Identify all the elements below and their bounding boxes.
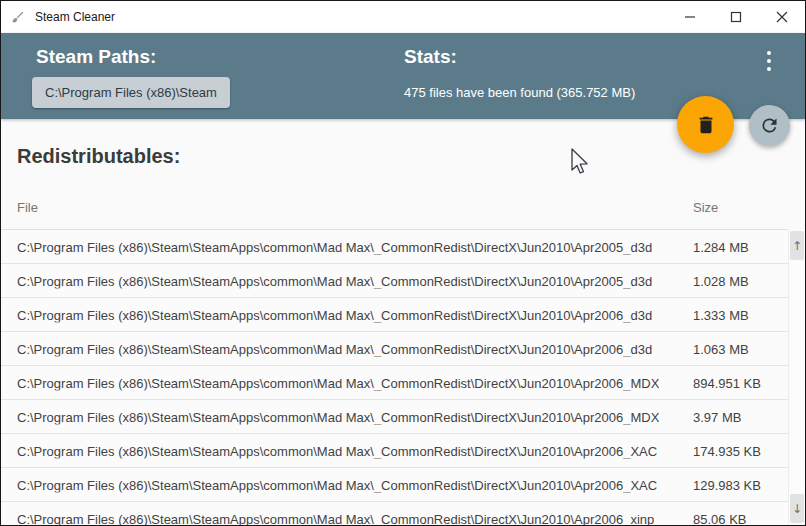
table-body: C:\Program Files (x86)\Steam\SteamApps\c… xyxy=(1,229,788,525)
size-cell: 1.284 MB xyxy=(693,239,749,254)
maximize-icon[interactable] xyxy=(713,1,759,33)
delete-files-button[interactable] xyxy=(677,96,734,153)
window-controls xyxy=(667,1,805,33)
table-row[interactable]: C:\Program Files (x86)\Steam\SteamApps\c… xyxy=(1,400,788,434)
minimize-icon[interactable] xyxy=(667,1,713,33)
file-cell: C:\Program Files (x86)\Steam\SteamApps\c… xyxy=(17,239,652,254)
stats-heading: Stats: xyxy=(404,46,457,68)
size-cell: 174.935 KB xyxy=(693,443,761,458)
steam-path-button[interactable]: C:\Program Files (x86)\Steam xyxy=(32,77,230,108)
size-cell: 1.063 MB xyxy=(693,341,749,356)
vertical-scrollbar[interactable]: ↑ ↓ xyxy=(788,229,805,525)
file-cell: C:\Program Files (x86)\Steam\SteamApps\c… xyxy=(17,511,654,525)
steam-paths-heading: Steam Paths: xyxy=(36,46,156,68)
stats-summary: 475 files have been found (365.752 MB) xyxy=(404,85,635,100)
redistributables-heading: Redistributables: xyxy=(17,145,180,168)
file-cell: C:\Program Files (x86)\Steam\SteamApps\c… xyxy=(17,341,652,356)
table-row[interactable]: C:\Program Files (x86)\Steam\SteamApps\c… xyxy=(1,298,788,332)
close-icon[interactable] xyxy=(759,1,805,33)
table-row[interactable]: C:\Program Files (x86)\Steam\SteamApps\c… xyxy=(1,332,788,366)
table-row[interactable]: C:\Program Files (x86)\Steam\SteamApps\c… xyxy=(1,230,788,264)
file-cell: C:\Program Files (x86)\Steam\SteamApps\c… xyxy=(17,375,659,390)
vertical-ellipsis-icon[interactable] xyxy=(759,45,779,77)
mouse-cursor xyxy=(569,147,589,181)
size-cell: 1.028 MB xyxy=(693,273,749,288)
file-cell: C:\Program Files (x86)\Steam\SteamApps\c… xyxy=(17,409,659,424)
titlebar: Steam Cleaner xyxy=(1,1,805,33)
table-row[interactable]: C:\Program Files (x86)\Steam\SteamApps\c… xyxy=(1,264,788,298)
app-window: Steam Cleaner Steam Paths: C:\Program Fi… xyxy=(0,0,806,526)
file-cell: C:\Program Files (x86)\Steam\SteamApps\c… xyxy=(17,307,652,322)
column-header-file: File xyxy=(17,200,38,215)
table-row[interactable]: C:\Program Files (x86)\Steam\SteamApps\c… xyxy=(1,366,788,400)
file-cell: C:\Program Files (x86)\Steam\SteamApps\c… xyxy=(17,443,657,458)
table-row[interactable]: C:\Program Files (x86)\Steam\SteamApps\c… xyxy=(1,468,788,502)
column-header-size: Size xyxy=(693,200,718,215)
trash-icon xyxy=(695,114,717,136)
scroll-up-icon[interactable]: ↑ xyxy=(790,231,804,260)
size-cell: 85.06 KB xyxy=(693,511,747,525)
table-row[interactable]: C:\Program Files (x86)\Steam\SteamApps\c… xyxy=(1,502,788,525)
refresh-button[interactable] xyxy=(749,105,790,146)
window-title: Steam Cleaner xyxy=(35,10,115,24)
refresh-icon xyxy=(759,115,780,136)
size-cell: 3.97 MB xyxy=(693,409,741,424)
size-cell: 129.983 KB xyxy=(693,477,761,492)
size-cell: 894.951 KB xyxy=(693,375,761,390)
table-row[interactable]: C:\Program Files (x86)\Steam\SteamApps\c… xyxy=(1,434,788,468)
scroll-down-icon[interactable]: ↓ xyxy=(790,494,804,523)
file-cell: C:\Program Files (x86)\Steam\SteamApps\c… xyxy=(17,477,657,492)
broom-icon xyxy=(10,9,26,25)
file-cell: C:\Program Files (x86)\Steam\SteamApps\c… xyxy=(17,273,652,288)
size-cell: 1.333 MB xyxy=(693,307,749,322)
